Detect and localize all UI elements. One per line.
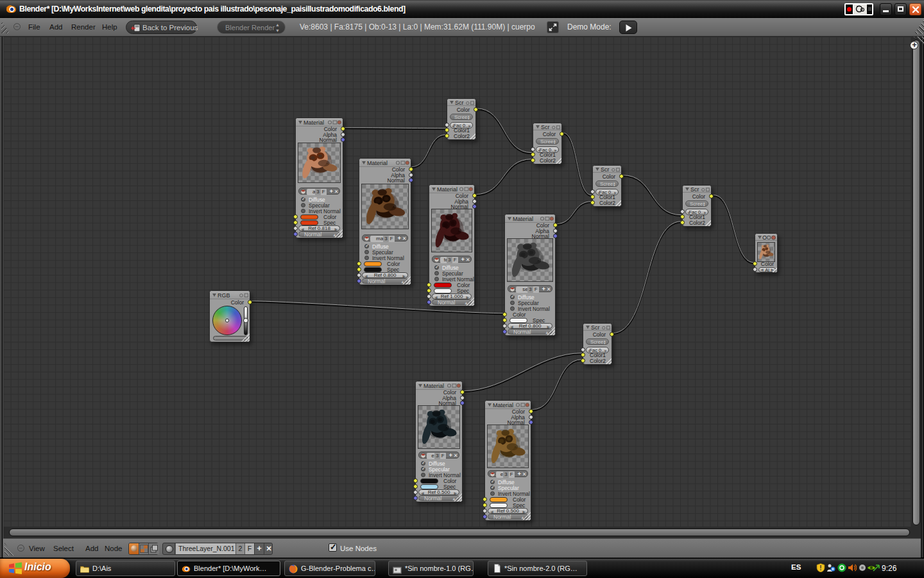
svg-text:!: ! xyxy=(819,565,821,572)
